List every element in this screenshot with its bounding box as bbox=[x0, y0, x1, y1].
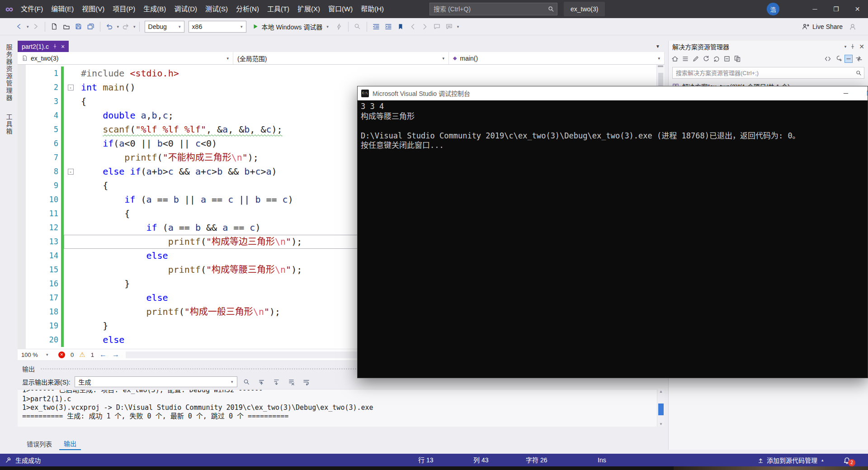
tool-window-tab[interactable]: 工具箱 bbox=[5, 110, 14, 139]
hot-reload-icon[interactable] bbox=[334, 21, 344, 33]
show-all-files-icon[interactable] bbox=[734, 55, 741, 62]
cursor-line-indicator[interactable]: 行 13 bbox=[418, 454, 433, 466]
nav-scope-dropdown[interactable]: (全局范围) ▾ bbox=[233, 52, 449, 64]
tool-window-tab[interactable]: 服务器资源管理器 bbox=[5, 40, 14, 105]
menu-item[interactable]: 测试(S) bbox=[201, 0, 232, 18]
warning-count[interactable]: 1 bbox=[91, 351, 94, 358]
menu-item[interactable]: 分析(N) bbox=[232, 0, 263, 18]
minimize-button[interactable]: ─ bbox=[804, 0, 826, 18]
menu-item[interactable]: 视图(V) bbox=[78, 0, 108, 18]
bottom-tab-active[interactable]: 输出 bbox=[59, 437, 81, 450]
pin-icon[interactable] bbox=[52, 44, 57, 49]
comment-selection-icon[interactable] bbox=[432, 21, 443, 33]
solution-configuration-select[interactable]: Debug ▾ bbox=[145, 21, 184, 33]
solution-platform-select[interactable]: x86 ▾ bbox=[189, 21, 246, 33]
close-button[interactable]: ✕ bbox=[847, 0, 868, 18]
close-tab-icon[interactable]: × bbox=[61, 43, 65, 50]
pending-changes-filter-icon[interactable] bbox=[692, 55, 699, 62]
save-all-icon[interactable] bbox=[85, 21, 96, 33]
feedback-icon[interactable] bbox=[849, 23, 856, 30]
previous-message-icon[interactable] bbox=[256, 376, 267, 387]
nav-member-dropdown[interactable]: ◆ main() ▾ bbox=[449, 52, 665, 64]
menu-item[interactable]: 帮助(H) bbox=[357, 0, 388, 18]
home-icon[interactable] bbox=[671, 55, 679, 62]
find-message-icon[interactable] bbox=[241, 376, 252, 387]
quick-search-input[interactable] bbox=[430, 5, 545, 13]
live-share-button[interactable]: Live Share bbox=[802, 23, 843, 30]
view-code-icon[interactable] bbox=[824, 55, 831, 62]
insert-mode-indicator[interactable]: Ins bbox=[598, 454, 606, 466]
console-title-bar[interactable]: C:\ Microsoft Visual Studio 调试控制台 ─ ❐ bbox=[358, 86, 868, 100]
uncomment-selection-icon[interactable] bbox=[444, 21, 455, 33]
track-active-item-icon[interactable] bbox=[855, 55, 863, 62]
bookmark-icon[interactable] bbox=[395, 21, 406, 33]
user-avatar[interactable]: 浩 bbox=[767, 3, 779, 15]
menu-item[interactable]: 调试(D) bbox=[170, 0, 201, 18]
scrollbar-thumb[interactable] bbox=[658, 404, 664, 415]
next-bookmark-icon[interactable] bbox=[420, 21, 430, 33]
solution-explorer-header[interactable]: 解决方案资源管理器 ▾ ✕ bbox=[669, 41, 868, 52]
navigate-back-button[interactable] bbox=[14, 21, 24, 33]
word-wrap-icon[interactable] bbox=[301, 376, 312, 387]
undo-caret-icon[interactable]: ▾ bbox=[117, 24, 119, 29]
console-minimize-button[interactable]: ─ bbox=[836, 90, 856, 97]
open-file-button[interactable] bbox=[61, 21, 72, 33]
notification-count-badge[interactable]: 2 bbox=[848, 459, 855, 466]
close-icon[interactable]: ✕ bbox=[859, 43, 864, 50]
cursor-character-indicator[interactable]: 字符 26 bbox=[526, 454, 547, 466]
next-message-icon[interactable] bbox=[271, 376, 282, 387]
properties-icon[interactable] bbox=[835, 55, 842, 62]
save-icon[interactable] bbox=[73, 21, 84, 33]
window-menu-chevron-icon[interactable]: ▾ bbox=[844, 44, 847, 49]
indent-decrease-icon[interactable] bbox=[371, 21, 382, 33]
navigate-forward-button[interactable] bbox=[30, 21, 41, 33]
sync-with-active-document-icon[interactable] bbox=[703, 55, 710, 62]
menu-item[interactable]: 生成(B) bbox=[139, 0, 170, 18]
refresh-icon[interactable] bbox=[713, 55, 720, 62]
previous-bookmark-icon[interactable] bbox=[407, 21, 418, 33]
menu-item[interactable]: 工具(T) bbox=[263, 0, 293, 18]
bottom-tab-item[interactable]: 错误列表 bbox=[22, 438, 57, 450]
document-tab-active[interactable]: part2(1).c × bbox=[18, 41, 69, 52]
new-file-button[interactable] bbox=[49, 21, 60, 33]
quick-search-box[interactable] bbox=[429, 3, 557, 15]
output-scrollbar[interactable]: ▲ ▼ bbox=[657, 389, 665, 427]
document-list-chevron-icon[interactable]: ▼ bbox=[656, 44, 665, 49]
scroll-down-icon[interactable]: ▼ bbox=[657, 422, 665, 426]
undo-button[interactable] bbox=[104, 21, 115, 33]
output-text-area[interactable]: 1>------ 已启动生成: 项目: ex_two(3), 配置: Debug… bbox=[18, 389, 665, 427]
output-source-select[interactable]: 生成 ▾ bbox=[75, 376, 237, 387]
solution-search-input[interactable] bbox=[673, 70, 853, 76]
preview-selected-items-icon[interactable] bbox=[845, 55, 852, 62]
console-output[interactable]: 3 3 4构成等腰三角形 D:\Visual Studio Community … bbox=[358, 100, 868, 152]
nav-project-dropdown[interactable]: C ex_two(3) ▾ bbox=[18, 52, 233, 64]
cursor-column-indicator[interactable]: 列 43 bbox=[473, 454, 488, 466]
maximize-button[interactable]: ❐ bbox=[826, 0, 847, 18]
redo-caret-icon[interactable]: ▾ bbox=[133, 24, 136, 29]
menu-item[interactable]: 文件(F) bbox=[17, 0, 47, 18]
clear-all-icon[interactable] bbox=[286, 376, 297, 387]
debug-console-window[interactable]: C:\ Microsoft Visual Studio 调试控制台 ─ ❐ 3 … bbox=[357, 86, 868, 378]
menu-item[interactable]: 编辑(E) bbox=[47, 0, 78, 18]
code-line[interactable]: 1#include <stdio.h> bbox=[18, 66, 656, 81]
next-issue-icon[interactable]: → bbox=[112, 351, 119, 359]
error-count[interactable]: 0 bbox=[71, 351, 74, 358]
previous-issue-icon[interactable]: ← bbox=[99, 351, 107, 359]
redo-button[interactable] bbox=[120, 21, 131, 33]
switch-views-icon[interactable] bbox=[682, 55, 689, 62]
scroll-up-icon[interactable]: ▲ bbox=[657, 389, 665, 394]
collapse-toggle-icon[interactable]: - bbox=[68, 85, 74, 90]
toolbar-overflow-icon[interactable]: ▾ bbox=[457, 24, 459, 29]
add-to-source-control-button[interactable]: 添加到源代码管理 ▴ bbox=[758, 454, 824, 466]
pin-icon[interactable] bbox=[850, 44, 855, 49]
find-in-files-icon[interactable] bbox=[352, 21, 363, 33]
console-maximize-button[interactable]: ❐ bbox=[859, 90, 868, 97]
zoom-select[interactable]: 100 % ▾ bbox=[21, 351, 53, 358]
collapse-all-icon[interactable] bbox=[723, 55, 731, 62]
collapse-toggle-icon[interactable]: - bbox=[68, 169, 74, 175]
split-window-grip-icon[interactable] bbox=[658, 66, 663, 71]
start-debugging-button[interactable]: 本地 Windows 调试器 ▾ bbox=[249, 21, 332, 33]
menu-item[interactable]: 项目(P) bbox=[108, 0, 139, 18]
menu-item[interactable]: 窗口(W) bbox=[324, 0, 357, 18]
solution-search-box[interactable] bbox=[672, 67, 864, 79]
